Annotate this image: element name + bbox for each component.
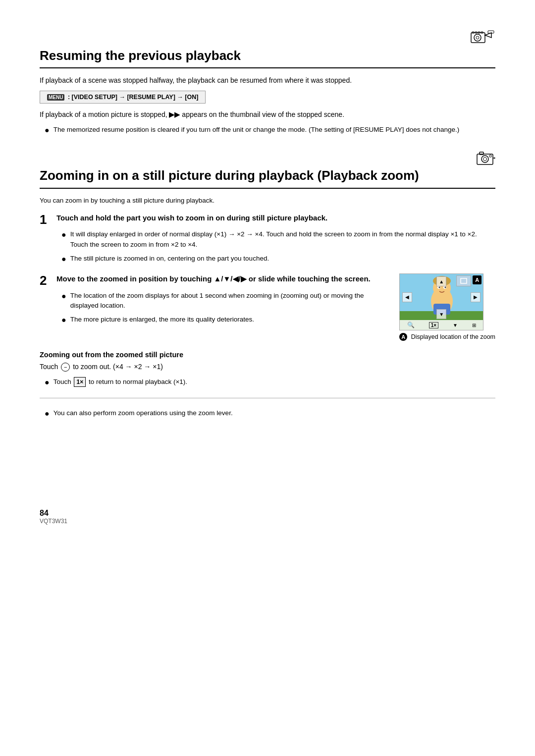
svg-point-2 bbox=[476, 36, 479, 39]
section1-title: Resuming the previous playback bbox=[40, 48, 495, 63]
zoom-left-arrow[interactable]: ◀ bbox=[402, 292, 412, 302]
step1-bullet2-text: The still picture is zoomed in on, cente… bbox=[70, 254, 495, 264]
final-note-text: You can also perform zoom operations usi… bbox=[54, 408, 495, 418]
step2-bullet1: ● The location of the zoom displays for … bbox=[56, 291, 389, 311]
step1-bullet1: ● It will display enlarged in order of n… bbox=[56, 229, 495, 250]
photo-icon bbox=[477, 151, 495, 167]
caption-text-content: Displayed location of the zoom bbox=[411, 333, 495, 340]
step1-title: Touch and hold the part you wish to zoom… bbox=[56, 213, 327, 223]
step2: 2 Move to the zoomed in position by touc… bbox=[40, 273, 495, 342]
step2-image-area: ▲ ▼ ◀ ▶ A bbox=[399, 273, 495, 342]
step2-text-area: 2 Move to the zoomed in position by touc… bbox=[40, 273, 389, 329]
section1-intro: If playback of a scene was stopped halfw… bbox=[40, 75, 495, 86]
zoom-corner-a-label: A bbox=[473, 275, 482, 284]
step2-title: Move to the zoomed in position by touchi… bbox=[56, 273, 371, 284]
step2-body: ● The location of the zoom displays for … bbox=[40, 291, 389, 326]
zoom-bottom-bar: 🔍 1× ▼ ⊞ bbox=[400, 320, 483, 330]
step1-number: 1 bbox=[40, 213, 52, 227]
zoom-minus-icon[interactable]: 🔍 bbox=[407, 322, 415, 328]
section2: Zooming in on a still picture during pla… bbox=[40, 151, 495, 419]
step1-bullet2: ● The still picture is zoomed in on, cen… bbox=[56, 254, 495, 265]
step2-bullet2: ● The more picture is enlarged, the more… bbox=[56, 315, 389, 325]
video-camera-icon bbox=[471, 30, 495, 47]
section1-bullet1-text: The memorized resume position is cleared… bbox=[54, 125, 495, 135]
step1: 1 Touch and hold the part you wish to zo… bbox=[40, 213, 495, 265]
menu-icon: MENU bbox=[47, 94, 64, 101]
svg-point-10 bbox=[482, 156, 488, 162]
caption-letter-a: A bbox=[399, 333, 407, 341]
svg-rect-12 bbox=[480, 152, 483, 155]
stopped-note: If playback of a motion picture is stopp… bbox=[40, 109, 495, 120]
step2-header: 2 Move to the zoomed in position by touc… bbox=[40, 273, 389, 288]
step2-bullet2-text: The more picture is enlarged, the more i… bbox=[70, 315, 390, 324]
zoom-down-arrow[interactable]: ▼ bbox=[436, 309, 446, 319]
bullet-dot: ● bbox=[45, 125, 50, 136]
bullet-dot: ● bbox=[45, 377, 50, 388]
zoom-right-arrow[interactable]: ▶ bbox=[471, 292, 481, 302]
step1-bullet1-text: It will display enlarged in order of nor… bbox=[70, 229, 495, 250]
zoom-search-icon: − bbox=[61, 363, 70, 372]
section2-intro: You can zoom in by touching a still pict… bbox=[40, 196, 495, 206]
step2-number: 2 bbox=[40, 273, 52, 288]
section2-title: Zooming in on a still picture during pla… bbox=[40, 168, 495, 183]
page-footer: 84 VQT3W31 bbox=[40, 509, 495, 525]
svg-marker-15 bbox=[494, 157, 495, 159]
svg-rect-13 bbox=[489, 155, 491, 157]
bullet-dot: ● bbox=[61, 229, 66, 240]
step2-layout: 2 Move to the zoomed in position by touc… bbox=[40, 273, 495, 342]
page-number: 84 bbox=[40, 509, 495, 518]
bullet-dot: ● bbox=[61, 291, 66, 302]
video-camera-icon-area bbox=[40, 30, 495, 47]
zoom-out-instruction1: Touch − to zoom out. (×4 → ×2 → ×1) bbox=[40, 362, 495, 372]
menu-instruction-text: : [VIDEO SETUP] → [RESUME PLAY] → [ON] bbox=[68, 94, 198, 101]
one-x-button[interactable]: 1× bbox=[74, 377, 86, 387]
zoom-out-title: Zooming out from the zoomed still pictur… bbox=[40, 351, 495, 359]
final-note: ● You can also perform zoom operations u… bbox=[40, 408, 495, 419]
photo-icon-area bbox=[40, 151, 495, 167]
zoom-ui-mockup: ▲ ▼ ◀ ▶ A bbox=[399, 273, 483, 330]
zoom-1x-button[interactable]: 1× bbox=[429, 322, 438, 328]
section2-divider bbox=[40, 188, 495, 189]
zoom-mini-map bbox=[456, 275, 471, 286]
bullet-dot: ● bbox=[61, 315, 66, 325]
svg-point-24 bbox=[439, 287, 440, 288]
svg-point-1 bbox=[474, 34, 481, 41]
menu-instruction-box: MENU : [VIDEO SETUP] → [RESUME PLAY] → [… bbox=[40, 91, 206, 104]
section1-bullet1: ● The memorized resume position is clear… bbox=[40, 125, 495, 136]
zoom-grid-icon[interactable]: ⊞ bbox=[472, 323, 476, 328]
svg-point-25 bbox=[445, 287, 446, 288]
model-number: VQT3W31 bbox=[40, 518, 495, 525]
svg-point-11 bbox=[483, 158, 487, 161]
svg-rect-26 bbox=[457, 276, 471, 286]
zoom-out-section: Zooming out from the zoomed still pictur… bbox=[40, 351, 495, 388]
step1-body: ● It will display enlarged in order of n… bbox=[40, 229, 495, 265]
section1-divider bbox=[40, 67, 495, 68]
final-divider bbox=[40, 398, 495, 398]
zoom-down-icon[interactable]: ▼ bbox=[453, 323, 458, 328]
zoom-out-bullet-text: Touch 1× to return to normal playback (×… bbox=[54, 377, 495, 387]
zoom-up-arrow[interactable]: ▲ bbox=[436, 276, 446, 286]
zoom-caption: A Displayed location of the zoom bbox=[399, 333, 495, 342]
step1-header: 1 Touch and hold the part you wish to zo… bbox=[40, 213, 495, 227]
zoom-out-bullet: ● Touch 1× to return to normal playback … bbox=[40, 377, 495, 388]
bullet-dot: ● bbox=[61, 254, 66, 265]
step2-bullet1-text: The location of the zoom displays for ab… bbox=[70, 291, 390, 311]
section1: Resuming the previous playback If playba… bbox=[40, 30, 495, 136]
bullet-dot: ● bbox=[45, 408, 50, 419]
